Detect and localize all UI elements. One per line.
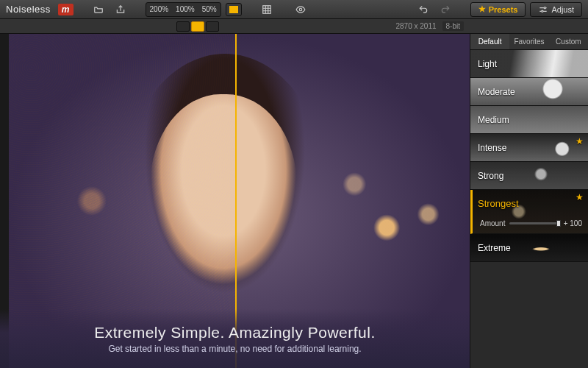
app-window: Noiseless m 200% 100% 50% xyxy=(0,0,588,368)
zoom-50-button[interactable]: 50% xyxy=(199,4,220,15)
folder-open-icon xyxy=(93,4,104,15)
favorite-star-icon[interactable]: ★ xyxy=(576,136,584,146)
preset-label: Extreme xyxy=(478,243,511,253)
grid-toggle-button[interactable] xyxy=(258,3,276,16)
presets-sidebar: Default Favorites Custom Light Moderate … xyxy=(470,34,588,368)
svg-point-1 xyxy=(299,8,302,11)
amount-value: + 100 xyxy=(564,219,582,227)
zoom-200-button[interactable]: 200% xyxy=(147,4,172,15)
presets-label: Presets xyxy=(489,5,518,14)
undo-button[interactable] xyxy=(415,3,432,16)
slider-thumb[interactable] xyxy=(556,220,561,227)
zoom-controls: 200% 100% 50% xyxy=(146,2,221,17)
preset-moderate[interactable]: Moderate xyxy=(470,78,588,106)
preset-amount-slider[interactable]: Amount + 100 xyxy=(480,219,582,227)
presets-panel-button[interactable]: ★ Presets xyxy=(470,2,526,17)
undo-icon xyxy=(418,4,429,15)
preset-label: Medium xyxy=(478,115,509,125)
preset-list: Light Moderate Medium Intense ★ xyxy=(470,50,588,368)
sliders-icon xyxy=(538,4,548,15)
adjust-panel-button[interactable]: Adjust xyxy=(530,2,582,17)
preset-label: Intense xyxy=(478,143,506,153)
app-title: Noiseless xyxy=(6,4,51,15)
bit-depth-badge: 8-bit xyxy=(442,21,464,31)
preset-strongest[interactable]: Strongest ★ Amount + 100 xyxy=(470,190,588,234)
preset-label: Strongest xyxy=(478,198,519,209)
brand-badge: m xyxy=(58,4,74,15)
share-icon xyxy=(115,4,126,15)
marketing-caption: Extremely Simple. Amazingly Powerful. Ge… xyxy=(0,309,470,368)
preset-label: Strong xyxy=(478,171,503,181)
view-split-button[interactable] xyxy=(191,21,204,32)
toolbar: Noiseless m 200% 100% 50% xyxy=(0,0,588,19)
preset-medium[interactable]: Medium xyxy=(470,106,588,134)
preview-toggle-button[interactable] xyxy=(292,3,309,16)
fit-icon xyxy=(229,6,238,13)
export-button[interactable] xyxy=(112,3,129,16)
fit-to-screen-button[interactable] xyxy=(226,3,242,16)
svg-point-3 xyxy=(542,10,543,12)
caption-headline: Extremely Simple. Amazingly Powerful. xyxy=(94,324,376,342)
main-area: Extremely Simple. Amazingly Powerful. Ge… xyxy=(0,34,588,368)
redo-icon xyxy=(440,4,451,15)
eye-icon xyxy=(295,4,306,15)
svg-point-2 xyxy=(545,7,546,8)
adjust-label: Adjust xyxy=(551,5,574,14)
favorite-star-icon[interactable]: ★ xyxy=(576,192,584,202)
sub-toolbar: 2870 x 2011 8-bit xyxy=(0,19,588,34)
view-sidebyside-button[interactable] xyxy=(206,21,219,32)
amount-label: Amount xyxy=(480,219,505,227)
preset-strong[interactable]: Strong xyxy=(470,162,588,190)
zoom-100-button[interactable]: 100% xyxy=(173,4,198,15)
caption-subline: Get started in less than a minute, no ne… xyxy=(108,344,361,354)
image-viewport[interactable]: Extremely Simple. Amazingly Powerful. Ge… xyxy=(0,34,470,368)
tab-favorites[interactable]: Favorites xyxy=(509,34,548,49)
grid-icon xyxy=(262,4,272,15)
image-dimensions: 2870 x 2011 xyxy=(395,22,436,30)
tab-default[interactable]: Default xyxy=(470,34,509,49)
tab-custom[interactable]: Custom xyxy=(549,34,588,49)
preset-intense[interactable]: Intense ★ xyxy=(470,134,588,162)
view-single-button[interactable] xyxy=(176,21,190,32)
redo-button[interactable] xyxy=(437,3,454,16)
slider-track[interactable] xyxy=(509,222,559,224)
preset-light[interactable]: Light xyxy=(470,50,588,78)
view-mode-switch xyxy=(0,21,395,32)
star-icon: ★ xyxy=(478,4,486,14)
svg-rect-0 xyxy=(262,5,270,13)
preset-extreme[interactable]: Extreme xyxy=(470,234,588,262)
preset-label: Light xyxy=(478,59,497,69)
open-file-button[interactable] xyxy=(90,3,107,16)
preset-label: Moderate xyxy=(478,87,515,97)
preset-tabs: Default Favorites Custom xyxy=(470,34,588,50)
